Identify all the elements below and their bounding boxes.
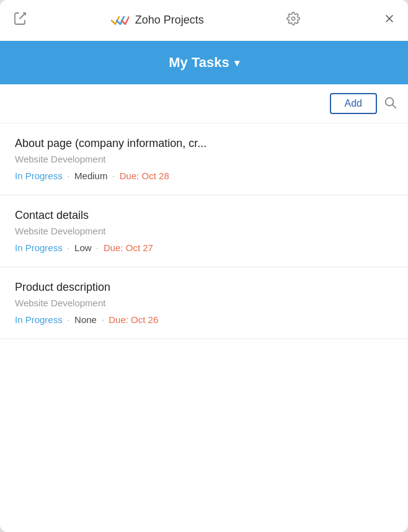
header-title-text: My Tasks [169, 55, 229, 71]
title-bar-center: Zoho Projects [110, 13, 204, 28]
header-chevron-icon: ▾ [234, 57, 239, 69]
task-name: About page (company information, cr... [15, 137, 393, 150]
toolbar: Add [0, 84, 408, 123]
task-status: In Progress [15, 314, 63, 325]
task-status: In Progress [15, 242, 63, 253]
task-dot-1: · [68, 316, 69, 324]
task-list: About page (company information, cr... W… [0, 123, 408, 532]
header-title: My Tasks ▾ [169, 55, 239, 71]
task-project: Website Development [15, 226, 393, 236]
task-priority: Low [74, 242, 92, 253]
task-status: In Progress [15, 171, 63, 181]
task-dot-2: · [97, 244, 99, 252]
task-item[interactable]: Product description Website Development … [0, 267, 408, 339]
settings-icon[interactable] [286, 12, 300, 29]
task-meta: In Progress · None · Due: Oct 26 [15, 314, 393, 325]
task-due: Due: Oct 27 [104, 242, 153, 253]
task-meta: In Progress · Medium · Due: Oct 28 [15, 171, 393, 181]
close-icon[interactable] [383, 12, 396, 28]
zoho-logo [110, 13, 129, 28]
task-dot-1: · [68, 244, 69, 252]
app-window: Zoho Projects My Tasks ▾ Add [0, 0, 408, 532]
search-button[interactable] [383, 95, 397, 112]
task-dot-2: · [102, 316, 104, 324]
plugin-icon[interactable] [12, 11, 27, 29]
task-priority: Medium [74, 171, 107, 181]
add-button[interactable]: Add [330, 93, 377, 114]
task-item[interactable]: About page (company information, cr... W… [0, 123, 408, 195]
task-due: Due: Oct 28 [120, 171, 169, 181]
title-bar: Zoho Projects [0, 0, 408, 41]
task-name: Contact details [15, 209, 393, 222]
app-title: Zoho Projects [135, 14, 204, 27]
task-priority: None [74, 314, 97, 325]
svg-point-1 [292, 17, 296, 20]
task-project: Website Development [15, 154, 393, 164]
header-bar[interactable]: My Tasks ▾ [0, 41, 408, 84]
svg-line-5 [392, 105, 396, 108]
task-meta: In Progress · Low · Due: Oct 27 [15, 242, 393, 253]
task-name: Product description [15, 281, 393, 294]
task-due: Due: Oct 26 [109, 314, 158, 325]
task-item[interactable]: Contact details Website Development In P… [0, 195, 408, 267]
task-dot-2: · [112, 172, 114, 180]
task-dot-1: · [68, 172, 69, 180]
task-project: Website Development [15, 298, 393, 308]
